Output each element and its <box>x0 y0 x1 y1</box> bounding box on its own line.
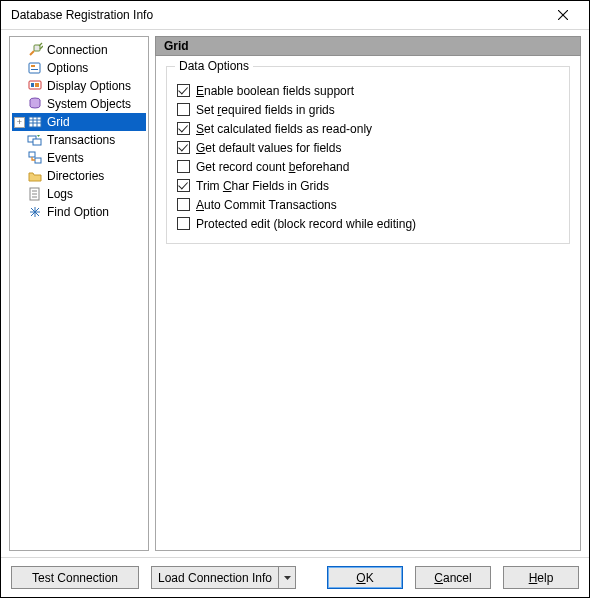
checkbox-get-record-count[interactable]: Get record count beforehand <box>177 157 559 176</box>
svg-rect-10 <box>35 83 39 87</box>
svg-rect-20 <box>35 158 41 163</box>
checkbox-protected-edit[interactable]: Protected edit (block record while editi… <box>177 214 559 233</box>
dialog-window: Database Registration Info Connection Op… <box>0 0 590 598</box>
expando-none <box>14 171 25 182</box>
options-icon <box>27 60 43 76</box>
tree-label: System Objects <box>45 97 133 111</box>
content-area: Grid Data Options Enable boolean fields … <box>155 36 581 551</box>
transactions-icon <box>27 132 43 148</box>
titlebar: Database Registration Info <box>1 1 589 29</box>
tree-item-grid[interactable]: + Grid <box>12 113 146 131</box>
expando-none <box>14 153 25 164</box>
content-title: Grid <box>164 39 189 53</box>
expando-none <box>14 63 25 74</box>
load-connection-split-button[interactable]: Load Connection Info <box>151 566 296 589</box>
checkbox-label: Auto Commit Transactions <box>196 198 337 212</box>
chevron-down-icon <box>284 576 291 580</box>
svg-rect-7 <box>31 69 38 70</box>
window-title: Database Registration Info <box>11 8 545 22</box>
tree-label: Directories <box>45 169 106 183</box>
checkbox-set-required[interactable]: Set required fields in grids <box>177 100 559 119</box>
checkbox-label: Set required fields in grids <box>196 103 335 117</box>
expando-none <box>14 45 25 56</box>
load-connection-dropdown[interactable] <box>279 566 296 589</box>
display-icon <box>27 78 43 94</box>
tree-label: Transactions <box>45 133 117 147</box>
dialog-footer: Test Connection Load Connection Info OK … <box>1 557 589 597</box>
tree-item-find-option[interactable]: Find Option <box>12 203 146 221</box>
checkbox-label: Trim Char Fields in Grids <box>196 179 329 193</box>
checkbox-icon <box>177 160 190 173</box>
logs-icon <box>27 186 43 202</box>
grid-icon <box>27 114 43 130</box>
tree-label: Grid <box>45 115 72 129</box>
button-label: Help <box>529 571 554 585</box>
help-button[interactable]: Help <box>503 566 579 589</box>
checkbox-label: Enable boolean fields support <box>196 84 354 98</box>
expando-none <box>14 189 25 200</box>
tree-label: Events <box>45 151 86 165</box>
expando-collapsed-icon[interactable]: + <box>14 117 25 128</box>
svg-rect-9 <box>31 83 34 87</box>
data-options-group: Data Options Enable boolean fields suppo… <box>166 66 570 244</box>
button-label: Cancel <box>434 571 471 585</box>
plug-icon <box>27 42 43 58</box>
checkbox-icon <box>177 122 190 135</box>
checkbox-label: Get record count beforehand <box>196 160 349 174</box>
tree-item-options[interactable]: Options <box>12 59 146 77</box>
tree-item-transactions[interactable]: Transactions <box>12 131 146 149</box>
system-objects-icon <box>27 96 43 112</box>
button-label: Load Connection Info <box>158 571 272 585</box>
svg-rect-5 <box>29 63 40 73</box>
checkbox-icon <box>177 103 190 116</box>
checkbox-icon <box>177 141 190 154</box>
checkbox-trim-char-fields[interactable]: Trim Char Fields in Grids <box>177 176 559 195</box>
group-title: Data Options <box>175 59 253 73</box>
close-button[interactable] <box>545 3 581 27</box>
checkbox-label: Set calculated fields as read-only <box>196 122 372 136</box>
cancel-button[interactable]: Cancel <box>415 566 491 589</box>
expando-none <box>14 207 25 218</box>
svg-marker-29 <box>284 576 291 580</box>
checkbox-enable-boolean[interactable]: Enable boolean fields support <box>177 81 559 100</box>
dialog-body: Connection Options Display Options Syste… <box>1 30 589 557</box>
checkbox-label: Get default values for fields <box>196 141 341 155</box>
tree-label: Connection <box>45 43 110 57</box>
tree-label: Logs <box>45 187 75 201</box>
tree-item-logs[interactable]: Logs <box>12 185 146 203</box>
checkbox-icon <box>177 217 190 230</box>
tree-item-system-objects[interactable]: System Objects <box>12 95 146 113</box>
tree-label: Options <box>45 61 90 75</box>
button-label: Test Connection <box>32 571 118 585</box>
events-icon <box>27 150 43 166</box>
checkbox-get-default-values[interactable]: Get default values for fields <box>177 138 559 157</box>
close-icon <box>558 10 568 20</box>
svg-line-3 <box>39 43 42 46</box>
tree-item-connection[interactable]: Connection <box>12 41 146 59</box>
checkbox-auto-commit[interactable]: Auto Commit Transactions <box>177 195 559 214</box>
content-panel: Data Options Enable boolean fields suppo… <box>155 56 581 551</box>
button-label: OK <box>356 571 373 585</box>
folder-icon <box>27 168 43 184</box>
expando-none <box>14 99 25 110</box>
checkbox-icon <box>177 179 190 192</box>
checkbox-label: Protected edit (block record while editi… <box>196 217 416 231</box>
tree-item-directories[interactable]: Directories <box>12 167 146 185</box>
checkbox-icon <box>177 84 190 97</box>
svg-rect-6 <box>31 65 35 67</box>
tree-item-display-options[interactable]: Display Options <box>12 77 146 95</box>
expando-none <box>14 135 25 146</box>
tree-item-events[interactable]: Events <box>12 149 146 167</box>
tree-label: Find Option <box>45 205 111 219</box>
find-icon <box>27 204 43 220</box>
tree-label: Display Options <box>45 79 133 93</box>
checkbox-icon <box>177 198 190 211</box>
nav-tree[interactable]: Connection Options Display Options Syste… <box>9 36 149 551</box>
load-connection-button[interactable]: Load Connection Info <box>151 566 279 589</box>
test-connection-button[interactable]: Test Connection <box>11 566 139 589</box>
checkbox-set-calculated-readonly[interactable]: Set calculated fields as read-only <box>177 119 559 138</box>
ok-button[interactable]: OK <box>327 566 403 589</box>
content-header: Grid <box>155 36 581 56</box>
svg-rect-18 <box>33 139 41 145</box>
expando-none <box>14 81 25 92</box>
